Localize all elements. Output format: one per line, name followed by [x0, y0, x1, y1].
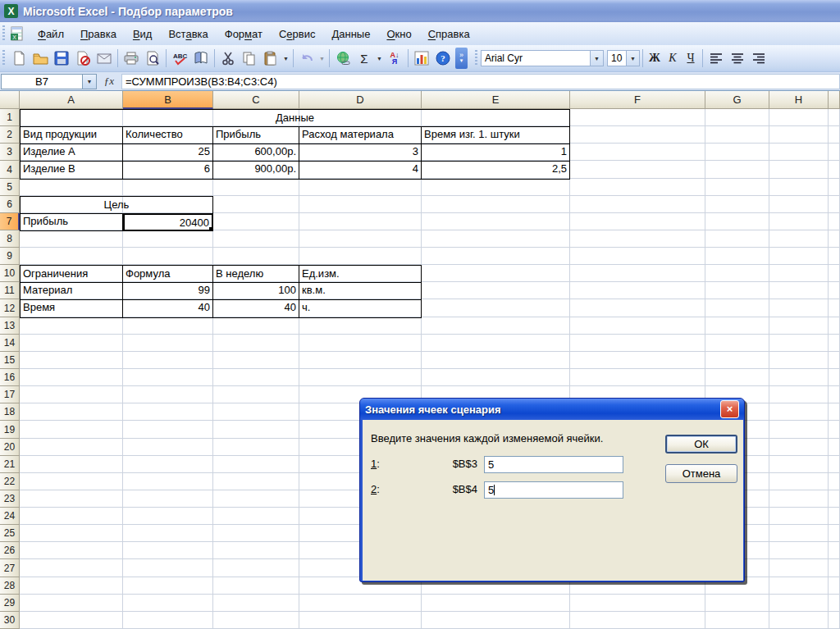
- column-header-A[interactable]: A: [20, 91, 123, 109]
- row-header-30[interactable]: 30: [0, 612, 20, 629]
- row-header-12[interactable]: 12: [0, 299, 20, 317]
- column-header-C[interactable]: C: [213, 91, 299, 109]
- row-header-23[interactable]: 23: [0, 490, 20, 508]
- column-header-E[interactable]: E: [422, 91, 570, 109]
- sort-ascending-icon[interactable]: А↓Я: [385, 48, 404, 68]
- print-preview-icon[interactable]: [143, 48, 162, 68]
- align-right-icon[interactable]: [749, 48, 769, 68]
- print-icon[interactable]: [121, 48, 141, 68]
- column-header-corner[interactable]: [0, 91, 20, 109]
- cell-B10[interactable]: Формула: [123, 265, 213, 283]
- menu-item-view[interactable]: Вид: [125, 25, 161, 43]
- cell-D12[interactable]: ч.: [299, 299, 422, 318]
- cell-A1[interactable]: Данные: [20, 109, 570, 127]
- column-header-D[interactable]: D: [299, 91, 422, 109]
- copy-icon[interactable]: [240, 48, 259, 68]
- email-icon[interactable]: [94, 48, 114, 68]
- fill-handle[interactable]: [208, 226, 212, 230]
- row-header-27[interactable]: 27: [0, 559, 20, 577]
- row-header-7[interactable]: 7: [0, 213, 20, 230]
- research-icon[interactable]: [191, 48, 211, 68]
- row-header-25[interactable]: 25: [0, 525, 20, 542]
- cell-D3[interactable]: 3: [299, 144, 422, 162]
- cell-D10[interactable]: Ед.изм.: [299, 265, 422, 283]
- cell-A2[interactable]: Вид продукции: [20, 126, 123, 144]
- cut-icon[interactable]: [218, 48, 238, 68]
- cell-A6[interactable]: Цель: [20, 196, 213, 214]
- field-2-input[interactable]: 5: [484, 481, 623, 499]
- row-header-13[interactable]: 13: [0, 317, 20, 335]
- cell-A7[interactable]: Прибыль: [20, 213, 123, 231]
- row-header-17[interactable]: 17: [0, 386, 20, 403]
- column-header-partial[interactable]: [829, 91, 840, 109]
- column-header-B[interactable]: B: [123, 91, 213, 109]
- formula-input[interactable]: =СУММПРОИЗВ(B3:B4;C3:C4): [121, 74, 840, 89]
- menu-item-tools[interactable]: Сервис: [271, 25, 324, 43]
- font-size-dropdown-icon[interactable]: ▼: [626, 51, 639, 66]
- column-header-F[interactable]: F: [570, 91, 705, 109]
- cell-C12[interactable]: 40: [213, 299, 299, 318]
- align-center-icon[interactable]: [728, 48, 747, 68]
- cell-D2[interactable]: Расход материала: [299, 126, 422, 144]
- insert-function-icon[interactable]: ƒx: [97, 75, 121, 88]
- cell-B7[interactable]: 20400: [123, 213, 213, 231]
- row-header-6[interactable]: 6: [0, 196, 20, 213]
- field-1-input[interactable]: 5: [484, 456, 623, 473]
- autosum-icon[interactable]: Σ: [354, 48, 374, 68]
- menu-item-file[interactable]: Файл: [30, 25, 72, 43]
- toolbar-options-icon[interactable]: »▼: [455, 48, 468, 69]
- cell-C10[interactable]: В неделю: [213, 265, 299, 283]
- hyperlink-icon[interactable]: [333, 48, 353, 68]
- cell-C3[interactable]: 600,00р.: [213, 144, 299, 162]
- ok-button[interactable]: ОК: [665, 435, 737, 454]
- help-icon[interactable]: ?: [433, 48, 453, 68]
- row-header-24[interactable]: 24: [0, 508, 20, 525]
- row-header-9[interactable]: 9: [0, 248, 20, 265]
- menu-item-data[interactable]: Данные: [323, 25, 378, 43]
- cell-E2[interactable]: Время изг. 1. штуки: [422, 126, 570, 144]
- cell-E4[interactable]: 2,5: [422, 161, 570, 180]
- cell-A11[interactable]: Материал: [20, 282, 123, 300]
- row-header-11[interactable]: 11: [0, 282, 20, 299]
- row-header-3[interactable]: 3: [0, 144, 20, 161]
- menu-item-window[interactable]: Окно: [378, 25, 419, 43]
- italic-button[interactable]: К: [664, 49, 682, 67]
- new-document-icon[interactable]: [9, 48, 29, 68]
- cell-B4[interactable]: 6: [123, 161, 213, 180]
- font-size-select[interactable]: 10 ▼: [607, 50, 640, 66]
- cell-D11[interactable]: кв.м.: [299, 282, 422, 300]
- row-header-18[interactable]: 18: [0, 403, 20, 421]
- cell-B2[interactable]: Количество: [123, 126, 213, 144]
- row-header-10[interactable]: 10: [0, 265, 20, 282]
- name-box[interactable]: B7: [1, 74, 83, 89]
- cell-B3[interactable]: 25: [123, 144, 213, 162]
- spelling-icon[interactable]: ABC: [170, 48, 189, 68]
- row-header-14[interactable]: 14: [0, 335, 20, 352]
- cell-C4[interactable]: 900,00р.: [213, 161, 299, 180]
- row-header-15[interactable]: 15: [0, 352, 20, 369]
- paste-icon[interactable]: [261, 48, 281, 68]
- font-name-select[interactable]: Arial Cyr ▼: [481, 50, 604, 66]
- cell-B12[interactable]: 40: [123, 299, 213, 318]
- underline-button[interactable]: Ч: [682, 49, 700, 67]
- menu-item-help[interactable]: Справка: [420, 25, 478, 43]
- close-icon[interactable]: ×: [720, 400, 739, 418]
- column-header-H[interactable]: H: [769, 91, 829, 109]
- name-box-dropdown-icon[interactable]: ▼: [83, 74, 97, 89]
- permission-icon[interactable]: [73, 48, 93, 68]
- menu-item-edit[interactable]: Правка: [72, 25, 125, 43]
- align-left-icon[interactable]: [706, 48, 726, 68]
- dialog-titlebar[interactable]: Значения ячеек сценария ×: [360, 399, 744, 420]
- cell-A12[interactable]: Время: [20, 299, 123, 318]
- chart-wizard-icon[interactable]: [412, 48, 431, 68]
- toolbar-grip-handle[interactable]: [2, 50, 6, 66]
- menu-item-insert[interactable]: Вставка: [160, 25, 216, 43]
- row-header-22[interactable]: 22: [0, 473, 20, 490]
- row-header-16[interactable]: 16: [0, 369, 20, 386]
- row-header-20[interactable]: 20: [0, 439, 20, 456]
- cell-A4[interactable]: Изделие В: [20, 161, 123, 180]
- cell-C11[interactable]: 100: [213, 282, 299, 300]
- row-header-5[interactable]: 5: [0, 179, 20, 196]
- cell-A3[interactable]: Изделие А: [20, 144, 123, 162]
- cell-A10[interactable]: Ограничения: [20, 265, 123, 283]
